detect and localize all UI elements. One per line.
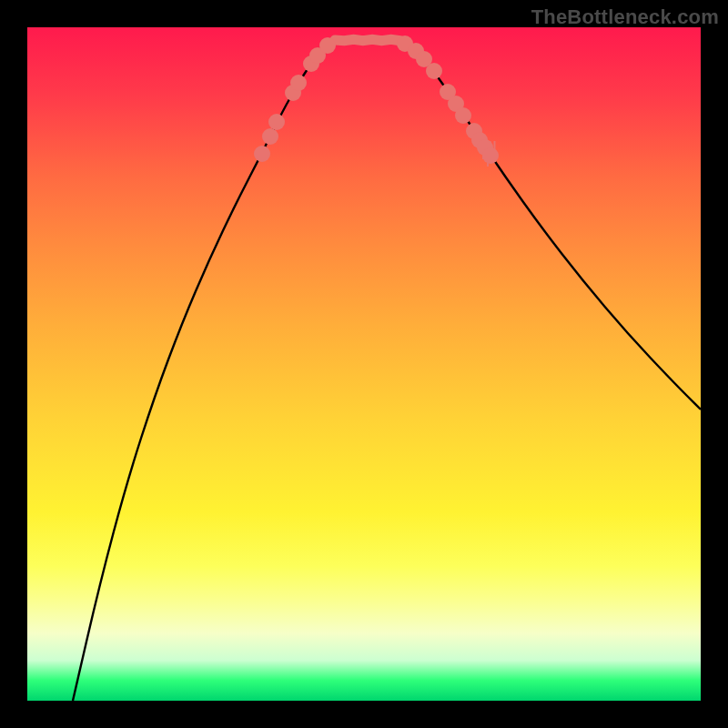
watermark-text: TheBottleneck.com — [531, 5, 719, 29]
data-marker — [319, 37, 336, 54]
data-marker — [426, 63, 442, 79]
chart-svg — [27, 27, 701, 701]
data-marker — [268, 114, 285, 130]
curve-flat-segment — [335, 39, 400, 41]
markers-left — [254, 37, 336, 162]
data-marker — [482, 147, 499, 164]
data-marker — [290, 75, 307, 91]
curve-left — [73, 40, 335, 701]
chart-frame: TheBottleneck.com — [0, 0, 728, 728]
data-marker — [455, 107, 471, 124]
data-marker — [254, 146, 270, 162]
plot-area — [27, 27, 701, 701]
data-marker — [262, 128, 278, 145]
markers-right — [397, 35, 499, 164]
